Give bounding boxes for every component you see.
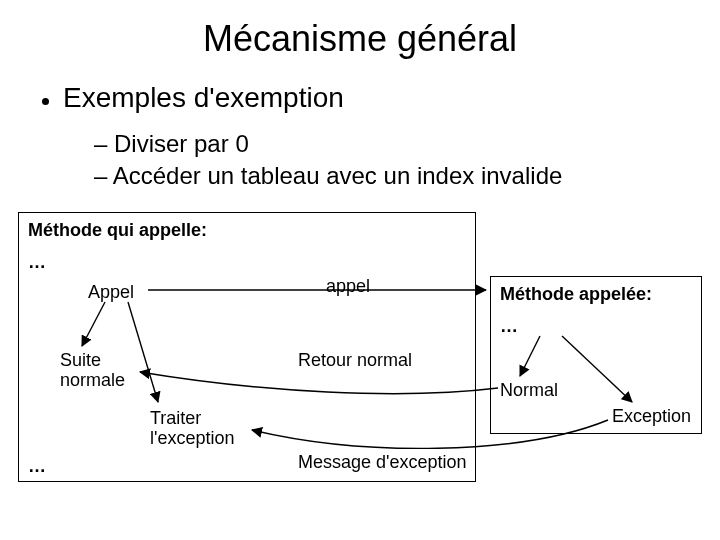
callee-ellipsis: … <box>500 316 518 337</box>
sub-bullet-1: – Diviser par 0 <box>94 130 249 158</box>
traiter-line2: l'exception <box>150 428 235 449</box>
arrow-retour-label: Retour normal <box>298 350 412 371</box>
suite-normale-line1: Suite <box>60 350 101 371</box>
caller-method-box <box>18 212 476 482</box>
caller-ellipsis-bottom: … <box>28 456 46 477</box>
exception-label: Exception <box>612 406 691 427</box>
caller-header: Méthode qui appelle: <box>28 220 207 241</box>
traiter-line1: Traiter <box>150 408 201 429</box>
slide-title: Mécanisme général <box>0 18 720 60</box>
appel-label: Appel <box>88 282 134 303</box>
slide: Mécanisme général Exemples d'exemption –… <box>0 0 720 540</box>
arrow-message-label: Message d'exception <box>298 452 467 473</box>
bullet-main: Exemples d'exemption <box>63 82 344 114</box>
caller-ellipsis-top: … <box>28 252 46 273</box>
callee-header: Méthode appelée: <box>500 284 652 305</box>
normal-label: Normal <box>500 380 558 401</box>
suite-normale-line2: normale <box>60 370 125 391</box>
arrow-appel-label: appel <box>326 276 370 297</box>
bullet-dot-icon <box>42 98 49 105</box>
sub-bullet-2: – Accéder un tableau avec un index inval… <box>94 162 562 190</box>
